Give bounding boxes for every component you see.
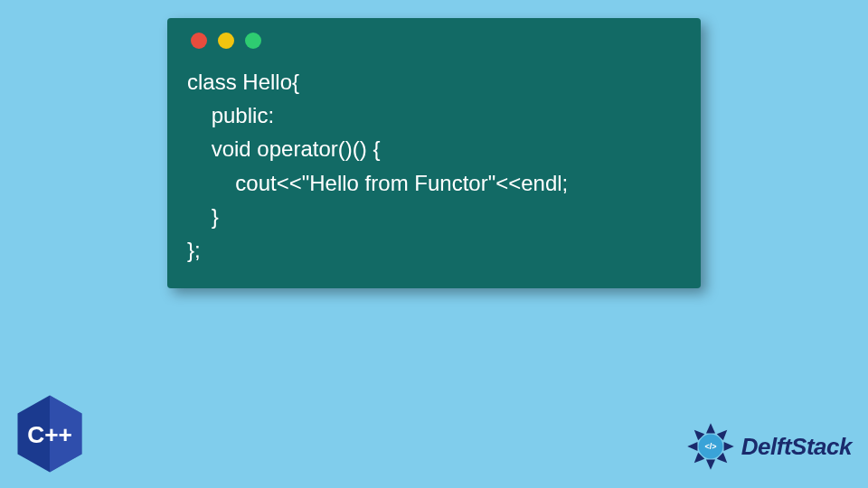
window-traffic-lights bbox=[191, 33, 681, 49]
svg-marker-6 bbox=[706, 460, 715, 470]
close-dot-icon bbox=[191, 33, 207, 49]
code-window: class Hello{ public: void operator()() {… bbox=[167, 18, 701, 288]
svg-marker-2 bbox=[706, 423, 715, 433]
svg-marker-4 bbox=[723, 442, 733, 451]
maximize-dot-icon bbox=[245, 33, 261, 49]
svg-marker-8 bbox=[687, 442, 697, 451]
cpp-language-badge-icon: C++ bbox=[14, 394, 85, 474]
delftstack-logo: </> DelftStack bbox=[685, 421, 852, 472]
delftstack-wordmark: DelftStack bbox=[741, 433, 852, 461]
delftstack-star-icon: </> bbox=[685, 421, 736, 472]
minimize-dot-icon bbox=[218, 33, 234, 49]
cpp-badge-label: C++ bbox=[27, 421, 72, 448]
code-block: class Hello{ public: void operator()() {… bbox=[187, 65, 681, 267]
delftstack-tag-symbol: </> bbox=[704, 442, 716, 451]
